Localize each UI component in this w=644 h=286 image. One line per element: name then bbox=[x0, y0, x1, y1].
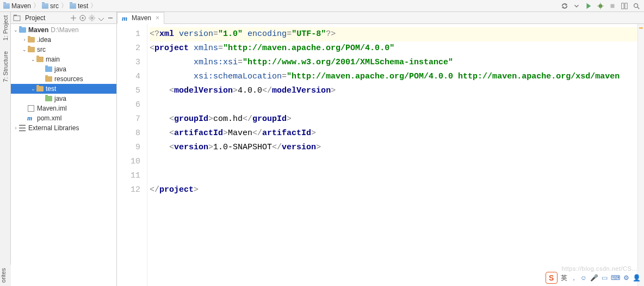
svg-point-14 bbox=[91, 17, 93, 19]
editor-tab-label: Maven bbox=[132, 14, 151, 22]
code-line[interactable] bbox=[150, 169, 644, 183]
tree-node-label: main bbox=[46, 56, 60, 63]
line-number: 10 bbox=[117, 155, 140, 169]
sogou-ime-icon[interactable]: S bbox=[546, 272, 558, 284]
svg-rect-11 bbox=[14, 15, 17, 16]
breadcrumb-item[interactable]: Maven bbox=[3, 2, 31, 10]
tree-node-label: Maven bbox=[28, 26, 48, 34]
dropdown-icon[interactable] bbox=[572, 2, 581, 10]
minimize-icon[interactable] bbox=[107, 14, 114, 22]
ime-toolbar: S英，☺🎤▭⌨⚙👤 bbox=[546, 272, 641, 284]
stop-icon[interactable] bbox=[608, 2, 617, 10]
tree-toggle-icon[interactable]: ⌄ bbox=[13, 27, 18, 33]
line-number: 8 bbox=[117, 126, 140, 141]
code-line[interactable]: <groupId>com.hd</groupId> bbox=[150, 112, 644, 126]
ime-mic-icon[interactable]: 🎤 bbox=[590, 274, 598, 282]
maven-icon: m bbox=[122, 14, 129, 22]
ime-punct-icon[interactable]: ， bbox=[571, 273, 577, 283]
tree-node-maven-iml[interactable]: Maven.iml bbox=[11, 104, 116, 113]
project-panel-actions bbox=[70, 14, 114, 22]
breadcrumb-item[interactable]: test bbox=[70, 2, 88, 10]
ime-settings-icon[interactable]: ⚙ bbox=[623, 274, 629, 282]
favorites-tool-window-tab[interactable]: orites bbox=[0, 265, 11, 286]
chevron-right-icon: 〉 bbox=[33, 1, 40, 10]
editor-gutter: 123456789101112 bbox=[117, 24, 147, 286]
project-panel-title[interactable]: Project bbox=[13, 14, 67, 22]
line-number: 4 bbox=[117, 70, 140, 84]
tool-window-tab-structure[interactable]: 7: Structure bbox=[2, 51, 9, 82]
tree-node-resources[interactable]: resources bbox=[11, 74, 116, 84]
editor-content[interactable]: <?xml version="1.0" encoding="UTF-8"?><p… bbox=[147, 24, 644, 286]
tree-toggle-icon[interactable]: › bbox=[13, 125, 18, 131]
collapse-icon[interactable] bbox=[70, 14, 77, 22]
main-area: Project ⌄MavenD:\Maven›.idea⌄src⌄mainjav… bbox=[11, 12, 644, 286]
tool-window-tab-project[interactable]: 1: Project bbox=[2, 15, 9, 40]
code-editor[interactable]: 123456789101112 <?xml version="1.0" enco… bbox=[117, 24, 644, 286]
left-tool-window-bar: 1: Project7: Structure bbox=[0, 12, 11, 286]
ime-person-icon[interactable]: 👤 bbox=[633, 274, 641, 282]
chevron-right-icon: 〉 bbox=[61, 1, 67, 10]
line-number: 5 bbox=[117, 84, 140, 98]
tree-toggle-icon[interactable]: ⌄ bbox=[22, 47, 27, 52]
tree-node-java[interactable]: java bbox=[11, 64, 116, 74]
code-line[interactable]: </project> bbox=[150, 183, 644, 197]
gear-icon[interactable] bbox=[88, 14, 96, 22]
line-number: 6 bbox=[117, 98, 140, 112]
project-tree[interactable]: ⌄MavenD:\Maven›.idea⌄src⌄mainjavaresourc… bbox=[11, 24, 116, 133]
search-everywhere-icon[interactable] bbox=[632, 2, 641, 10]
tree-node--idea[interactable]: ›.idea bbox=[11, 35, 116, 45]
tree-node-pom-xml[interactable]: mpom.xml bbox=[11, 113, 116, 123]
code-line[interactable]: <?xml version="1.0" encoding="UTF-8"?> bbox=[150, 27, 644, 41]
ime-clipboard-icon[interactable]: ▭ bbox=[602, 274, 608, 282]
tree-node-java[interactable]: java bbox=[11, 94, 116, 104]
tree-node-label: pom.xml bbox=[37, 114, 61, 122]
tree-toggle-icon[interactable]: ⌄ bbox=[30, 86, 36, 92]
svg-point-0 bbox=[599, 4, 603, 8]
tree-node-label: src bbox=[37, 46, 46, 53]
ime-lang-label[interactable]: 英 bbox=[561, 273, 567, 283]
editor-tab[interactable]: mMaven× bbox=[117, 12, 164, 24]
code-line[interactable]: <artifactId>Maven</artifactId> bbox=[150, 126, 644, 141]
m-icon: m bbox=[27, 114, 35, 122]
tree-node-src[interactable]: ⌄src bbox=[11, 45, 116, 54]
ime-keyboard-icon[interactable]: ⌨ bbox=[611, 274, 620, 282]
tree-node-label: java bbox=[54, 65, 66, 73]
line-number: 1 bbox=[117, 27, 140, 41]
tree-node-test[interactable]: ⌄test bbox=[11, 84, 116, 94]
tree-toggle-icon[interactable]: ⌄ bbox=[30, 57, 36, 62]
folder-icon bbox=[42, 3, 48, 9]
warning-stripe-marker[interactable] bbox=[639, 27, 643, 29]
editor-area: mMaven× 123456789101112 <?xml version="1… bbox=[117, 12, 644, 286]
run-icon[interactable] bbox=[584, 2, 593, 10]
folder-icon bbox=[36, 85, 44, 93]
svg-rect-10 bbox=[14, 16, 20, 21]
close-icon[interactable]: × bbox=[156, 14, 159, 22]
code-line[interactable]: xmlns:xsi="http://www.w3.org/2001/XMLSch… bbox=[150, 56, 644, 70]
code-line[interactable]: <modelVersion>4.0.0</modelVersion> bbox=[150, 84, 644, 98]
svg-rect-7 bbox=[625, 3, 627, 9]
breadcrumb-item[interactable]: src bbox=[42, 2, 59, 10]
code-line[interactable]: <version>1.0-SNAPSHOT</version> bbox=[150, 141, 644, 155]
iml-icon bbox=[27, 105, 35, 112]
code-line[interactable] bbox=[150, 98, 644, 112]
tree-node-main[interactable]: ⌄main bbox=[11, 54, 116, 64]
svg-line-9 bbox=[637, 7, 640, 9]
breadcrumb-label: Maven bbox=[11, 2, 31, 10]
ime-emoji-icon[interactable]: ☺ bbox=[580, 274, 587, 282]
code-line[interactable]: <project xmlns="http://maven.apache.org/… bbox=[150, 41, 644, 56]
tree-toggle-icon[interactable]: › bbox=[22, 37, 27, 42]
editor-vertical-scrollbar[interactable] bbox=[637, 24, 644, 286]
code-line[interactable] bbox=[150, 155, 644, 169]
sync-icon[interactable] bbox=[560, 2, 569, 10]
tree-node-maven[interactable]: ⌄MavenD:\Maven bbox=[11, 25, 116, 35]
code-line[interactable]: xsi:schemaLocation="http://maven.apache.… bbox=[150, 70, 644, 84]
tree-node-external-libraries[interactable]: ›External Libraries bbox=[11, 123, 116, 133]
navigation-bar: Maven〉src〉test〉 bbox=[0, 0, 644, 12]
layout-icon[interactable] bbox=[620, 2, 629, 10]
folder-icon bbox=[45, 75, 52, 83]
project-panel-title-label: Project bbox=[25, 14, 45, 22]
folder-icon bbox=[27, 46, 35, 53]
hide-icon[interactable] bbox=[97, 14, 105, 22]
debug-icon[interactable] bbox=[596, 2, 605, 10]
target-icon[interactable] bbox=[79, 14, 86, 22]
